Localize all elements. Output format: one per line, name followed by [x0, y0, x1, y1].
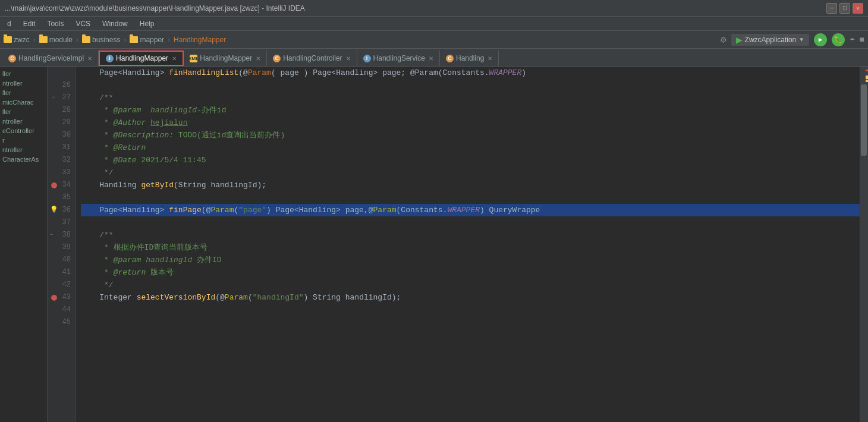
sidebar-item-3[interactable]: ller [0, 88, 47, 97]
tab-handling-controller[interactable]: C HandlingController ✕ [267, 51, 357, 66]
warning-icon-36: 💡 [50, 204, 58, 216]
breadcrumb-module[interactable]: module [39, 36, 73, 44]
menu-help[interactable]: Help [135, 18, 159, 29]
code-line-36: Page<Handling> finPage(@Param("page") Pa… [81, 204, 860, 216]
menu-bar: d Edit Tools VCS Window Help [0, 17, 868, 31]
code-line-42: */ [81, 279, 860, 291]
toolbar-icons: ⚙ [721, 34, 727, 46]
tab-handling-service[interactable]: I HandlingService ✕ [357, 51, 440, 66]
sidebar-item-4[interactable]: micCharac [0, 97, 47, 107]
breadcrumb-handling-mapper[interactable]: HandlingMapper [174, 36, 226, 44]
code-line-43: Integer selectVersionById(@Param("handin… [81, 291, 860, 304]
code-line-32: * @Date 2021/5/4 11:45 [81, 154, 860, 166]
title-text: ...\main\java\com\zw\zwzc\module\busines… [5, 4, 305, 12]
sidebar-item-10[interactable]: CharacterAs [0, 155, 47, 164]
menu-tools[interactable]: Tools [42, 18, 68, 29]
menu-window[interactable]: Window [98, 18, 133, 29]
code-line-25: Page<Handling> finHandlingList(@Param( p… [81, 67, 860, 79]
fold-icon-38[interactable]: − [50, 229, 53, 241]
settings-icon[interactable]: ⚙ [721, 34, 727, 46]
minimize-button[interactable]: — [826, 3, 837, 14]
code-line-41: * @return 版本号 [81, 266, 860, 279]
code-line-33: */ [81, 166, 860, 179]
nav-bar: zwzc › module › business › mapper › Hand… [0, 31, 868, 49]
menu-edit[interactable]: Edit [18, 18, 40, 29]
sidebar-item-9[interactable]: ntroller [0, 145, 47, 155]
line-num-45: 45 [48, 316, 76, 329]
tab-icon-c2: C [273, 55, 281, 62]
sidebar-item-7[interactable]: eController [0, 126, 47, 136]
tab-handling-mapper-java[interactable]: XML HandlingMapper ✕ [184, 51, 267, 66]
breakpoint-43[interactable] [51, 295, 57, 301]
code-line-40: * @param handlingId 办件ID [81, 254, 860, 266]
code-line-35 [81, 191, 860, 204]
breadcrumb-zwzc[interactable]: zwzc [4, 36, 30, 44]
tab-close-handling-mapper-xml[interactable]: ✕ [172, 55, 177, 62]
fold-icon-27[interactable]: − [50, 95, 57, 102]
tab-icon-c3: C [446, 55, 454, 62]
tab-icon-i2: I [363, 55, 371, 62]
line-num-38: − 38 [48, 229, 76, 241]
menu-vcs[interactable]: VCS [71, 18, 95, 29]
tab-handling-mapper-xml[interactable]: I HandlingMapper ✕ [99, 51, 184, 66]
editor-area: 26 − 27 28 29 30 31 32 33 34 35 💡 36 37 [48, 67, 868, 422]
code-line-39: * 根据办件ID查询当前版本号 [81, 241, 860, 254]
scrollbar-vertical[interactable] [860, 67, 868, 422]
sidebar-item-6[interactable]: ntroller [0, 116, 47, 126]
line-num-30: 30 [48, 129, 76, 141]
folder-icon [4, 36, 12, 43]
tab-close-handling-service-impl[interactable]: ✕ [87, 55, 92, 62]
line-num-25 [48, 67, 76, 79]
line-num-29: 29 [48, 116, 76, 129]
main-layout: ller ntroller ller micCharac ller ntroll… [0, 67, 868, 422]
sidebar: ller ntroller ller micCharac ller ntroll… [0, 67, 48, 422]
coverage-icon[interactable]: ☂ [850, 34, 854, 45]
sidebar-item-2[interactable]: ntroller [0, 78, 47, 88]
run-button[interactable]: ▶ [814, 33, 827, 46]
code-line-31: * @Return [81, 141, 860, 154]
title-bar: ...\main\java\com\zw\zwzc\module\busines… [0, 0, 868, 17]
code-line-34: Handling getById(String handlingId); [81, 179, 860, 191]
line-num-42: 42 [48, 279, 76, 291]
tab-close-handling[interactable]: ✕ [488, 55, 492, 62]
run-config-dropdown-icon[interactable]: ▼ [798, 36, 804, 43]
stop-icon[interactable]: ■ [860, 35, 864, 45]
tab-close-handling-mapper-java[interactable]: ✕ [256, 55, 260, 62]
close-button[interactable]: ✕ [853, 3, 863, 14]
breadcrumb-business[interactable]: business [82, 36, 120, 44]
run-config-name: ZwzcApplication [745, 36, 797, 44]
code-line-26 [81, 79, 860, 92]
line-num-28: 28 [48, 104, 76, 116]
tab-close-handling-controller[interactable]: ✕ [346, 55, 351, 62]
tab-close-handling-service[interactable]: ✕ [429, 55, 433, 62]
code-editor[interactable]: Page<Handling> finHandlingList(@Param( p… [76, 67, 860, 422]
sidebar-item-1[interactable]: ller [0, 69, 47, 78]
code-line-29: * @Author hejialun [81, 116, 860, 129]
breadcrumb-mapper[interactable]: mapper [130, 36, 164, 44]
line-num-34: 34 [48, 179, 76, 191]
line-num-33: 33 [48, 166, 76, 179]
line-num-35: 35 [48, 191, 76, 204]
line-num-39: 39 [48, 241, 76, 254]
tab-icon-xml: XML [190, 55, 197, 62]
line-num-40: 40 [48, 254, 76, 266]
window-controls: — □ ✕ [826, 3, 863, 14]
line-num-32: 32 [48, 154, 76, 166]
sidebar-item-5[interactable]: ller [0, 107, 47, 116]
line-numbers: 26 − 27 28 29 30 31 32 33 34 35 💡 36 37 [48, 67, 76, 422]
sidebar-item-8[interactable]: r [0, 136, 47, 145]
folder-icon [130, 36, 138, 43]
code-line-28: * @param handlingId-办件id [81, 104, 860, 116]
line-num-36: 💡 36 [48, 204, 76, 216]
maximize-button[interactable]: □ [839, 3, 850, 14]
run-configuration[interactable]: ▶ ZwzcApplication ▼ [731, 34, 810, 46]
scrollbar-thumb[interactable] [861, 84, 867, 156]
tab-handling[interactable]: C Handling ✕ [440, 51, 499, 66]
run-config-icon: ▶ [736, 35, 743, 45]
debug-button[interactable]: 🐛 [832, 33, 845, 46]
breakpoint-34[interactable] [51, 182, 57, 188]
tab-handling-service-impl[interactable]: C HandlingServiceImpl ✕ [2, 51, 99, 66]
menu-file[interactable]: d [2, 18, 16, 29]
line-num-27: − 27 [48, 92, 76, 104]
tab-icon-i: I [106, 55, 114, 62]
